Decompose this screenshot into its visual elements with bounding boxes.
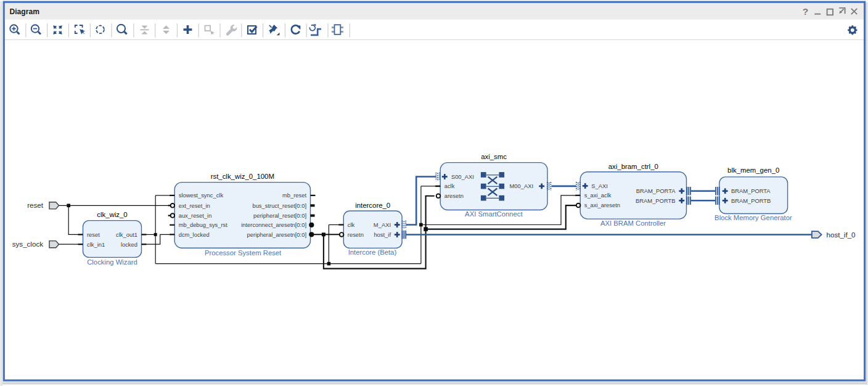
svg-text:clk_in1: clk_in1 xyxy=(87,241,105,248)
svg-text:BRAM_PORTB: BRAM_PORTB xyxy=(731,197,771,204)
svg-text:S00_AXI: S00_AXI xyxy=(451,173,474,180)
svg-text:mb_debug_sys_rst: mb_debug_sys_rst xyxy=(179,221,228,228)
svg-text:intercore_0: intercore_0 xyxy=(355,202,390,209)
svg-text:locked: locked xyxy=(121,241,137,248)
svg-text:aclk: aclk xyxy=(444,183,455,189)
svg-text:clk: clk xyxy=(348,221,355,228)
svg-text:S_AXI: S_AXI xyxy=(591,183,608,189)
svg-text:rst_clk_wiz_0_100M: rst_clk_wiz_0_100M xyxy=(211,173,274,180)
svg-text:Clocking Wizard: Clocking Wizard xyxy=(87,258,137,266)
svg-text:interconnect_aresetn[0:0]: interconnect_aresetn[0:0] xyxy=(241,221,306,228)
svg-text:AXI BRAM Controller: AXI BRAM Controller xyxy=(600,220,666,227)
svg-text:BRAM_PORTA: BRAM_PORTA xyxy=(731,187,771,194)
svg-text:Intercore (Beta): Intercore (Beta) xyxy=(348,248,397,256)
svg-text:Block Memory Generator: Block Memory Generator xyxy=(714,214,792,221)
svg-text:axi_smc: axi_smc xyxy=(481,153,507,160)
svg-text:s_axi_aclk: s_axi_aclk xyxy=(584,192,612,199)
svg-text:ext_reset_in: ext_reset_in xyxy=(179,202,210,209)
svg-text:?: ? xyxy=(803,6,808,17)
svg-text:host_if: host_if xyxy=(374,231,391,238)
svg-text:peripheral_aresetn[0:0]: peripheral_aresetn[0:0] xyxy=(247,231,306,238)
svg-text:AXI SmartConnect: AXI SmartConnect xyxy=(465,210,523,218)
svg-text:aux_reset_in: aux_reset_in xyxy=(179,212,212,219)
svg-text:blk_mem_gen_0: blk_mem_gen_0 xyxy=(727,166,779,174)
svg-text:reset: reset xyxy=(87,231,100,238)
svg-text:BRAM_PORTA: BRAM_PORTA xyxy=(636,187,676,194)
svg-text:axi_bram_ctrl_0: axi_bram_ctrl_0 xyxy=(608,163,658,170)
svg-text:Processor System Reset: Processor System Reset xyxy=(205,249,282,257)
svg-text:resetn: resetn xyxy=(348,231,364,238)
svg-text:bus_struct_reset[0:0]: bus_struct_reset[0:0] xyxy=(252,202,306,209)
svg-text:clk_out1: clk_out1 xyxy=(116,231,137,238)
svg-text:clk_wiz_0: clk_wiz_0 xyxy=(97,211,127,218)
svg-text:M_AXI: M_AXI xyxy=(374,221,391,228)
svg-text:peripheral_reset[0:0]: peripheral_reset[0:0] xyxy=(253,212,306,219)
svg-text:M00_AXI: M00_AXI xyxy=(509,183,533,189)
svg-text:BRAM_PORTB: BRAM_PORTB xyxy=(636,197,675,204)
svg-text:slowest_sync_clk: slowest_sync_clk xyxy=(179,192,224,199)
svg-text:aresetn: aresetn xyxy=(444,192,464,199)
svg-text:reset: reset xyxy=(27,201,44,209)
svg-text:host_if_0: host_if_0 xyxy=(827,231,856,239)
svg-text:dcm_locked: dcm_locked xyxy=(179,231,210,238)
svg-text:s_axi_aresetn: s_axi_aresetn xyxy=(584,202,620,208)
svg-text:sys_clock: sys_clock xyxy=(12,240,43,248)
svg-text:Diagram: Diagram xyxy=(10,7,39,16)
svg-text:mb_reset: mb_reset xyxy=(282,192,306,199)
